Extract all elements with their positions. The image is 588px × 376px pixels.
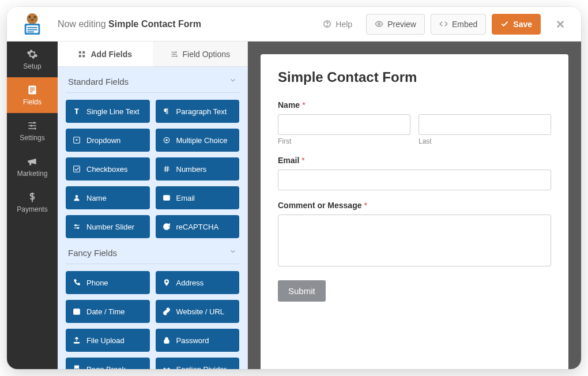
dollar-icon xyxy=(27,191,38,203)
field-recaptcha[interactable]: reCAPTCHA xyxy=(156,215,240,238)
group-header-standard[interactable]: Standard Fields xyxy=(66,67,239,93)
field-checkboxes[interactable]: Checkboxes xyxy=(66,157,150,181)
eye-icon xyxy=(375,20,383,28)
options-icon xyxy=(170,50,178,58)
lock-icon xyxy=(163,336,171,344)
rail-marketing[interactable]: Marketing xyxy=(7,149,58,185)
field-phone[interactable]: Phone xyxy=(66,271,150,294)
page-break-icon xyxy=(73,365,81,369)
svg-line-35 xyxy=(167,166,168,172)
caret-square-icon xyxy=(73,136,81,144)
svg-rect-47 xyxy=(75,366,79,368)
field-multiple-choice[interactable]: Multiple Choice xyxy=(156,129,240,152)
help-button[interactable]: Help xyxy=(315,14,360,35)
preview-button[interactable]: Preview xyxy=(366,14,425,35)
svg-point-3 xyxy=(31,18,34,21)
field-section-divider[interactable]: Section Divider xyxy=(156,358,240,369)
svg-point-30 xyxy=(165,139,168,141)
rail-fields[interactable]: Fields xyxy=(7,77,58,113)
first-sublabel: First xyxy=(278,137,410,145)
link-icon xyxy=(163,307,171,315)
comment-label: Comment or Message* xyxy=(278,201,551,210)
comment-textarea[interactable] xyxy=(278,215,551,266)
fields-panel: Add Fields Field Options Standard Fields… xyxy=(58,42,248,369)
field-email[interactable]: Email xyxy=(156,186,240,209)
svg-rect-46 xyxy=(164,340,168,343)
svg-point-11 xyxy=(378,23,380,25)
field-number-slider[interactable]: Number Slider xyxy=(66,215,150,238)
code-icon xyxy=(439,20,448,28)
field-password[interactable]: Password xyxy=(156,329,240,352)
field-address[interactable]: Address xyxy=(156,271,240,294)
form-preview-area: Simple Contact Form Name* First Last Ema… xyxy=(248,42,581,369)
tab-add-fields[interactable]: Add Fields xyxy=(58,42,153,66)
svg-rect-24 xyxy=(83,55,85,57)
left-rail: Setup Fields Settings Marketing Payments xyxy=(7,42,58,369)
svg-rect-16 xyxy=(30,89,35,91)
svg-point-2 xyxy=(34,16,36,18)
svg-rect-17 xyxy=(30,92,33,93)
rail-setup[interactable]: Setup xyxy=(7,42,58,77)
email-input[interactable] xyxy=(278,170,551,190)
svg-point-20 xyxy=(34,127,36,129)
field-numbers[interactable]: Numbers xyxy=(156,157,240,181)
svg-rect-22 xyxy=(83,51,85,53)
svg-point-41 xyxy=(77,227,78,228)
paragraph-icon xyxy=(163,107,171,115)
radio-icon xyxy=(163,136,171,144)
last-name-input[interactable] xyxy=(419,114,551,135)
bullhorn-icon xyxy=(27,156,38,167)
field-single-line-text[interactable]: Single Line Text xyxy=(66,100,150,123)
field-dropdown[interactable]: Dropdown xyxy=(66,129,150,152)
submit-button[interactable]: Submit xyxy=(278,280,326,302)
calendar-icon xyxy=(73,307,81,315)
hash-icon xyxy=(163,165,171,173)
email-label: Email* xyxy=(278,156,551,165)
check-square-icon xyxy=(73,165,81,173)
preview-title: Simple Contact Form xyxy=(278,69,551,85)
now-editing-label: Now editing Simple Contact Form xyxy=(58,19,201,29)
top-bar: Now editing Simple Contact Form Help Pre… xyxy=(7,7,581,42)
standard-fields-grid: Single Line Text Paragraph Text Dropdown… xyxy=(66,100,239,238)
embed-button[interactable]: Embed xyxy=(431,14,486,35)
close-button[interactable] xyxy=(550,14,571,35)
field-date-time[interactable]: Date / Time xyxy=(66,300,150,323)
svg-line-34 xyxy=(165,166,165,172)
field-page-break[interactable]: Page Break xyxy=(66,358,150,369)
svg-point-39 xyxy=(75,225,76,226)
svg-point-27 xyxy=(176,55,177,57)
user-icon xyxy=(73,194,81,202)
field-website-url[interactable]: Website / URL xyxy=(156,300,240,323)
group-header-fancy[interactable]: Fancy Fields xyxy=(66,238,239,264)
wpforms-logo xyxy=(7,7,58,42)
sliders-icon xyxy=(27,120,38,131)
svg-point-1 xyxy=(28,16,31,18)
svg-rect-23 xyxy=(79,55,81,57)
map-pin-icon xyxy=(163,279,171,287)
first-name-input[interactable] xyxy=(278,114,410,135)
gear-icon xyxy=(27,48,38,60)
field-name[interactable]: Name xyxy=(66,186,150,209)
form-icon xyxy=(27,84,38,96)
svg-rect-8 xyxy=(27,31,33,32)
field-paragraph-text[interactable]: Paragraph Text xyxy=(156,100,240,123)
grid-icon xyxy=(78,50,86,58)
check-icon xyxy=(500,20,509,28)
tab-field-options[interactable]: Field Options xyxy=(153,42,248,66)
save-button[interactable]: Save xyxy=(492,14,541,35)
last-sublabel: Last xyxy=(419,137,551,145)
upload-icon xyxy=(73,336,81,344)
svg-point-25 xyxy=(175,51,176,52)
svg-point-36 xyxy=(76,195,78,198)
chevron-down-icon xyxy=(229,247,237,258)
svg-rect-21 xyxy=(79,51,81,53)
svg-point-19 xyxy=(31,125,32,126)
svg-rect-6 xyxy=(27,27,37,28)
svg-rect-42 xyxy=(74,309,80,314)
chevron-down-icon xyxy=(229,76,237,87)
field-file-upload[interactable]: File Upload xyxy=(66,329,150,352)
svg-point-26 xyxy=(173,53,174,54)
rail-settings[interactable]: Settings xyxy=(7,113,58,149)
phone-icon xyxy=(73,279,81,287)
rail-payments[interactable]: Payments xyxy=(7,185,58,220)
